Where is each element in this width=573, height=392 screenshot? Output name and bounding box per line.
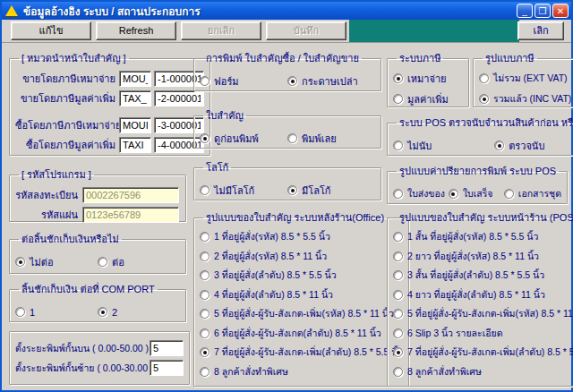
tax-system-group-title: ระบบภาษี bbox=[397, 50, 443, 66]
radio-icon bbox=[393, 367, 403, 377]
prefix-row-buy-vat: ซื้อโดยภาษีมูลค่าเพิ่ม bbox=[15, 136, 204, 154]
radio-option-label: ไม่นับ bbox=[407, 138, 432, 154]
pos-format-option[interactable]: 2 ยาว ที่อยู่ผู้สั่ง(รหัส) 8.5 * 11 นิ้ว bbox=[393, 247, 573, 267]
voucher-print-mode-title: การพิมพ์ ใบสำคัญซื้อ / ใบสำคัญขาย bbox=[203, 50, 362, 66]
radio-option-label: 5 ที่อยู่ผู้สั่ง-ผู้รับ-สังเกต-เพิ่ม(รหั… bbox=[407, 306, 573, 321]
radio-option-label: พิมพ์เลย bbox=[302, 131, 337, 147]
radio-icon bbox=[479, 73, 489, 83]
top-margin-input[interactable] bbox=[150, 340, 184, 356]
office-format-option[interactable]: 6 ที่อยู่ผู้สั่ง-ผู้รับ-สังเกต(ลำดับ) 8.… bbox=[200, 324, 403, 344]
radio-icon bbox=[15, 257, 25, 267]
tax-system-group: ระบบภาษี เหมาจ่ายมูลค่าเพิ่ม bbox=[387, 50, 469, 107]
com-port-option[interactable]: 2 bbox=[98, 303, 180, 321]
radio-icon bbox=[287, 133, 297, 143]
radio-option-label: 4 ที่อยู่ผู้สั่ง(ลำดับ) 8.5 * 11 นิ้ว bbox=[214, 287, 333, 303]
office-format-option[interactable]: 4 ที่อยู่ผู้สั่ง(ลำดับ) 8.5 * 11 นิ้ว bbox=[200, 285, 403, 305]
prefix-code-input[interactable] bbox=[119, 137, 151, 153]
office-format-option[interactable]: 2 ที่อยู่ผู้สั่ง(รหัส) 8.5 * 11 นิ้ว bbox=[200, 247, 403, 267]
pos-format-group: รูปแบบของใบสำคัญ ระบบหน้าร้าน (POS) 1 สั… bbox=[387, 209, 573, 387]
radio-icon bbox=[479, 94, 489, 104]
edit-button[interactable]: แก้ไข bbox=[11, 21, 91, 40]
print-margin-group: ตั้งระยะพิมพ์กั้นบน ( 0.00-50.00 ) ตั้งร… bbox=[9, 331, 190, 385]
field-label: รหัสแผ่น bbox=[15, 207, 78, 223]
refresh-button[interactable]: Refresh bbox=[96, 21, 176, 40]
radio-icon bbox=[15, 307, 25, 317]
cash-drawer-option[interactable]: ต่อ bbox=[98, 252, 180, 271]
pos-print-desc-option[interactable]: เอกสารชุด bbox=[504, 184, 561, 203]
exit-button[interactable]: เลิก bbox=[517, 21, 564, 40]
radio-option-label: เอกสารชุด bbox=[518, 186, 561, 201]
pos-format-group-title: รูปแบบของใบสำคัญ ระบบหน้าร้าน (POS) bbox=[397, 209, 573, 226]
radio-icon bbox=[393, 94, 403, 104]
radio-icon bbox=[449, 189, 458, 199]
radio-icon bbox=[200, 270, 210, 280]
register-code-input bbox=[82, 187, 179, 203]
radio-icon bbox=[393, 232, 403, 242]
com-port-option[interactable]: 1 bbox=[15, 303, 98, 321]
radio-icon bbox=[200, 347, 210, 357]
radio-option-label: ไม่ต่อ bbox=[30, 254, 54, 270]
left-margin-input[interactable] bbox=[150, 360, 184, 376]
office-format-option[interactable]: 5 ที่อยู่ผู้สั่ง-ผู้รับ-สังเกต-เพิ่ม(รหั… bbox=[200, 304, 403, 324]
logo-options: ไม่มีโลโก้มีโลโก้ bbox=[200, 181, 375, 200]
radio-icon bbox=[393, 290, 403, 300]
pos-format-option[interactable]: 4 ยาว ที่อยู่ผู้สั่ง(ลำดับ) 8.5 * 11 นิ้… bbox=[393, 285, 573, 305]
office-format-group-title: รูปแบบของใบสำคัญ ระบบหลังร้าน(Office) bbox=[203, 209, 387, 226]
preview-option[interactable]: ดูก่อนพิมพ์ bbox=[200, 129, 287, 148]
pos-format-option[interactable]: 8 ลูกค้าสั่งทำพิเศษ bbox=[393, 362, 573, 382]
office-format-option[interactable]: 1 ที่อยู่ผู้สั่ง(รหัส) 8.5 * 5.5 นิ้ว bbox=[200, 227, 403, 247]
pos-format-option[interactable]: 5 ที่อยู่ผู้สั่ง-ผู้รับ-สังเกต-เพิ่ม(รหั… bbox=[393, 304, 573, 324]
tax-system-options: เหมาจ่ายมูลค่าเพิ่ม bbox=[393, 68, 463, 109]
print-mode-option[interactable]: ฟอร์ม bbox=[200, 72, 287, 90]
minimize-button[interactable]: _ bbox=[517, 4, 533, 18]
radio-option-label: ไม่มีโลโก้ bbox=[214, 183, 254, 199]
tax-system-option[interactable]: มูลค่าเพิ่ม bbox=[393, 89, 463, 109]
radio-option-label: 6 ที่อยู่ผู้สั่ง-ผู้รับ-สังเกต(ลำดับ) 8.… bbox=[214, 326, 381, 341]
pos-count-option[interactable]: ตรวจนับ bbox=[494, 136, 573, 155]
radio-option-label: กระดาษเปล่า bbox=[302, 73, 358, 89]
logo-option[interactable]: ไม่มีโลโก้ bbox=[200, 181, 287, 200]
radio-icon bbox=[393, 189, 403, 199]
pos-format-option[interactable]: 6 Slip 3 นิ้ว รายละเอียด bbox=[393, 324, 573, 344]
radio-option-label: 1 ที่อยู่ผู้สั่ง(รหัส) 8.5 * 5.5 นิ้ว bbox=[214, 229, 330, 244]
pos-format-option[interactable]: 1 สั้น ที่อยู่ผู้สั่ง(รหัส) 8.5 * 5.5 นิ… bbox=[393, 227, 573, 247]
radio-icon bbox=[393, 73, 403, 83]
pos-print-desc-option[interactable]: ใบส่งของ bbox=[393, 184, 449, 203]
tax-system-option[interactable]: เหมาจ่าย bbox=[393, 68, 463, 89]
prefix-number-input[interactable] bbox=[154, 90, 204, 107]
pos-count-option[interactable]: ไม่นับ bbox=[393, 136, 494, 155]
cash-drawer-group: ต่อลิ้นชักเก็บเงินหรือไม่ ไม่ต่อต่อ bbox=[9, 231, 186, 274]
main-panel: [ หมวดนำหน้าใบสำคัญ ] ขายโดยภาษีเหมาจ่าย… bbox=[2, 43, 571, 390]
radio-icon bbox=[393, 141, 403, 150]
top-margin-row: ตั้งระยะพิมพ์กั้นบน ( 0.00-50.00 ) bbox=[15, 339, 184, 357]
tax-format-option[interactable]: รวมแล้ว (INC VAT) bbox=[479, 89, 571, 109]
pos-format-option[interactable]: 3 สั้น ที่อยู่ผู้สั่ง(ลำดับ) 8.5 * 5.5 น… bbox=[393, 266, 573, 285]
radio-icon bbox=[200, 328, 210, 338]
com-port-group: ลิ้นชักเก็บเงิน ต่อที่ COM PORT 12 bbox=[9, 281, 186, 322]
field-label: ขายโดยภาษีมูลค่าเพิ่ม bbox=[15, 90, 115, 107]
pos-format-option[interactable]: 7 ที่อยู่ผู้สั่ง-ผู้รับ-สังเกต-เพิ่ม(ลำด… bbox=[393, 343, 573, 362]
prefix-code-input[interactable] bbox=[119, 71, 151, 87]
close-button[interactable]: ✕ bbox=[552, 4, 569, 18]
window-title: ข้อมูลอ้างอิง ระบบ / สถานประกอบการ bbox=[23, 3, 517, 20]
cancel-button: ยกเลิก bbox=[181, 21, 261, 40]
office-format-option[interactable]: 7 ที่อยู่ผู้สั่ง-ผู้รับ-สังเกต-เพิ่ม(ลำด… bbox=[200, 343, 403, 362]
radio-icon bbox=[98, 307, 107, 317]
tax-format-option[interactable]: ไม่รวม (EXT VAT) bbox=[479, 68, 571, 89]
prefix-code-input[interactable] bbox=[119, 90, 151, 107]
radio-icon bbox=[200, 251, 210, 261]
preview-option[interactable]: พิมพ์เลย bbox=[287, 129, 375, 148]
prefix-code-input[interactable] bbox=[119, 117, 151, 133]
radio-icon bbox=[98, 257, 107, 267]
cash-drawer-option[interactable]: ไม่ต่อ bbox=[15, 252, 98, 271]
office-format-option[interactable]: 3 ที่อยู่ผู้สั่ง(ลำดับ) 8.5 * 5.5 นิ้ว bbox=[200, 266, 403, 285]
print-mode-option[interactable]: กระดาษเปล่า bbox=[287, 72, 375, 90]
logo-option[interactable]: มีโลโก้ bbox=[287, 181, 375, 200]
pos-print-desc-option[interactable]: ใบเสร็จ bbox=[449, 184, 504, 203]
register-code-row: รหัสลงทะเบียน bbox=[15, 186, 180, 204]
disk-code-row: รหัสแผ่น bbox=[15, 206, 180, 224]
maximize-button[interactable]: ❐ bbox=[535, 4, 551, 18]
radio-icon bbox=[200, 290, 210, 300]
pos-format-options: 1 สั้น ที่อยู่ผู้สั่ง(รหัส) 8.5 * 5.5 นิ… bbox=[393, 227, 573, 381]
office-format-option[interactable]: 8 ลูกค้าสั่งทำพิเศษ bbox=[200, 362, 403, 382]
